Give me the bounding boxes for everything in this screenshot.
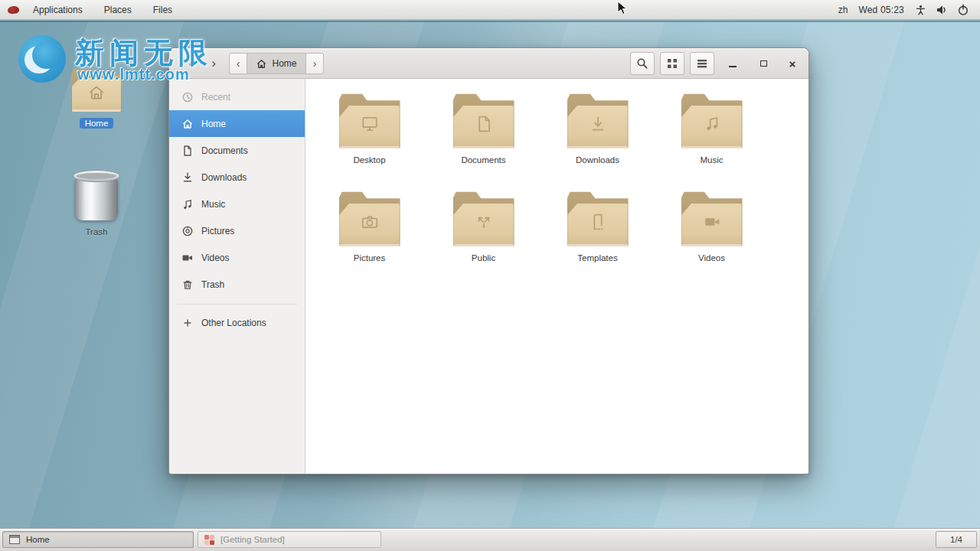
minimize-button[interactable] — [724, 55, 742, 72]
folder-label: Videos — [698, 253, 725, 262]
file-grid: Desktop Documents — [306, 79, 808, 474]
sidebar-item-trash[interactable]: Trash — [169, 271, 305, 298]
path-scroll-left-icon[interactable]: ‹ — [230, 54, 247, 73]
taskbar-item-home[interactable]: Home — [2, 531, 194, 548]
file-manager-window: ‹ › ‹ Home › — [168, 47, 809, 474]
panel-menus: Applications Places Files — [0, 2, 181, 18]
icon-view-button[interactable] — [660, 52, 684, 75]
current-location-label: Home — [272, 58, 296, 69]
folder-item[interactable]: Downloads — [541, 91, 655, 189]
sidebar-item-label: Videos — [201, 253, 229, 263]
home-emblem-icon — [87, 83, 106, 103]
path-crumb-home[interactable]: Home — [247, 54, 306, 73]
sidebar-item-documents[interactable]: Documents — [169, 137, 305, 164]
folder-label: Desktop — [353, 155, 385, 165]
forward-icon[interactable]: › — [204, 54, 223, 73]
search-button[interactable] — [630, 52, 655, 75]
files-menu[interactable]: Files — [144, 2, 181, 18]
videos-emblem-icon — [701, 211, 723, 233]
video-camera-icon — [181, 252, 194, 264]
close-icon: × — [789, 57, 796, 70]
getting-started-icon — [204, 535, 214, 545]
grid-view-icon — [666, 57, 678, 70]
list-view-button[interactable] — [690, 52, 714, 75]
minimize-icon — [729, 66, 737, 67]
sidebar-item-videos[interactable]: Videos — [169, 244, 305, 271]
close-button[interactable]: × — [783, 55, 802, 72]
templates-emblem-icon — [587, 211, 609, 233]
folder-label: Documents — [461, 155, 505, 165]
path-bar: ‹ Home › — [229, 53, 324, 74]
folder-label: Music — [700, 155, 723, 165]
folder-item[interactable]: Public — [426, 189, 541, 287]
pictures-emblem-icon — [359, 211, 381, 233]
folder-icon — [681, 189, 743, 247]
list-view-icon — [696, 57, 708, 70]
applications-menu[interactable]: Applications — [24, 2, 92, 18]
accessibility-icon[interactable] — [915, 4, 926, 16]
workspace-indicator[interactable]: 1/4 — [936, 531, 977, 548]
folder-item[interactable]: Templates — [541, 189, 655, 287]
search-icon — [636, 57, 648, 70]
folder-label: Pictures — [354, 253, 386, 262]
sidebar-separator — [177, 304, 297, 305]
sidebar-item-home[interactable]: Home — [169, 110, 305, 137]
trash-icon — [181, 279, 194, 291]
folder-label: Downloads — [576, 155, 619, 165]
sidebar-item-label: Recent — [201, 92, 230, 103]
sidebar-item-other-locations[interactable]: Other Locations — [169, 309, 305, 336]
folder-item[interactable]: Documents — [426, 91, 541, 189]
window-headerbar[interactable]: ‹ › ‹ Home › — [169, 48, 808, 79]
sidebar-item-downloads[interactable]: Downloads — [169, 164, 305, 191]
document-icon — [181, 145, 194, 157]
folder-item[interactable]: Music — [655, 91, 769, 189]
taskbar-item-getting-started[interactable]: [Getting Started] — [198, 531, 381, 548]
taskbar-item-label: [Getting Started] — [220, 535, 285, 544]
music-note-icon — [181, 198, 194, 210]
mouse-cursor — [617, 1, 628, 16]
folder-label: Templates — [577, 253, 617, 262]
home-icon — [256, 58, 267, 70]
desktop-icon-label: Home — [80, 118, 114, 129]
folder-item[interactable]: Pictures — [312, 189, 426, 287]
sidebar-item-pictures[interactable]: Pictures — [169, 217, 305, 244]
folder-icon — [339, 91, 400, 149]
sidebar-item-label: Pictures — [201, 226, 234, 236]
sidebar-item-music[interactable]: Music — [169, 191, 305, 217]
power-icon[interactable] — [957, 4, 969, 16]
downloads-emblem-icon — [587, 113, 609, 135]
places-sidebar: Recent Home Documents Downloads — [169, 79, 305, 474]
plus-icon — [181, 318, 194, 328]
headerbar-toolbar — [630, 52, 714, 75]
clock-label[interactable]: Wed 05:23 — [858, 5, 904, 15]
folder-item[interactable]: Desktop — [312, 91, 426, 189]
status-icons — [915, 4, 969, 16]
home-folder-icon — [71, 67, 122, 112]
path-scroll-right-icon[interactable]: › — [306, 54, 323, 73]
folder-icon — [567, 189, 629, 247]
music-emblem-icon — [701, 113, 723, 135]
input-method-indicator[interactable]: zh — [838, 5, 848, 15]
maximize-button[interactable] — [754, 55, 773, 72]
sidebar-item-label: Other Locations — [201, 318, 266, 328]
back-icon[interactable]: ‹ — [181, 54, 200, 73]
desktop-icon-home[interactable]: Home — [66, 67, 127, 129]
top-panel: Applications Places Files zh Wed 05:23 — [0, 0, 980, 20]
sidebar-item-label: Home — [201, 119, 226, 129]
folder-icon — [339, 189, 400, 247]
maximize-icon — [760, 60, 767, 67]
desktop-emblem-icon — [359, 113, 381, 135]
folder-icon — [567, 91, 629, 149]
sidebar-item-label: Music — [201, 199, 225, 210]
panel-status-area: zh Wed 05:23 — [838, 4, 980, 16]
recent-icon — [181, 91, 194, 103]
distro-logo-icon — [8, 5, 20, 15]
photo-icon — [181, 225, 194, 237]
places-menu[interactable]: Places — [95, 2, 141, 18]
download-icon — [181, 171, 194, 184]
sidebar-item-recent[interactable]: Recent — [169, 83, 305, 110]
desktop-icon-trash[interactable]: Trash — [66, 170, 127, 238]
volume-icon[interactable] — [936, 4, 948, 16]
folder-item[interactable]: Videos — [655, 189, 769, 287]
folder-label: Public — [472, 253, 495, 262]
